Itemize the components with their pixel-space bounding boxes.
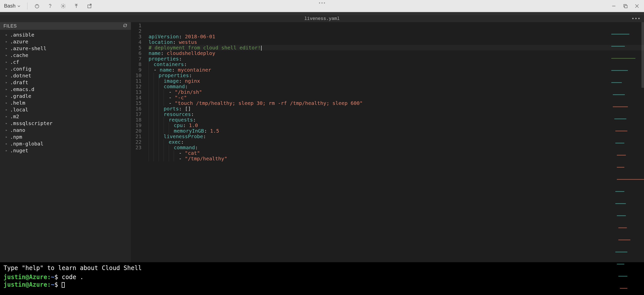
cloud-shell-toolbar: Bash •••: [0, 0, 644, 12]
code-line[interactable]: command:: [149, 84, 644, 89]
file-item-label: .nano: [10, 127, 25, 133]
refresh-icon[interactable]: [123, 23, 127, 29]
line-number: 11: [131, 78, 141, 84]
file-item[interactable]: ▹.emacs.d: [0, 86, 131, 93]
line-number: 20: [131, 128, 141, 134]
file-item[interactable]: ▹.azure-shell: [0, 45, 131, 52]
code-line[interactable]: name: cloudshelldeploy: [149, 50, 644, 56]
chevron-right-icon: ▹: [6, 101, 8, 105]
file-item[interactable]: ▹.npm: [0, 133, 131, 140]
editor-more-icon[interactable]: •••: [631, 16, 640, 22]
chevron-right-icon: ▹: [6, 81, 8, 84]
code-line[interactable]: properties:: [149, 56, 644, 62]
line-number: 9: [131, 67, 141, 73]
minimap[interactable]: [611, 23, 641, 48]
file-item[interactable]: ▹.mssqlscripter: [0, 120, 131, 127]
code-line[interactable]: image: nginx: [149, 78, 644, 84]
line-number: 3: [131, 34, 141, 39]
code-line[interactable]: ports: []: [149, 106, 644, 111]
editor-top-strip: [0, 12, 644, 15]
file-explorer: FILES ▹.ansible▹.azure▹.azure-shell▹.cac…: [0, 22, 131, 262]
file-item[interactable]: ▹.cf: [0, 58, 131, 65]
file-item[interactable]: ▹.helm: [0, 99, 131, 106]
toolbar-left: Bash: [3, 2, 94, 11]
minimize-icon[interactable]: [609, 2, 618, 11]
scrollbar-thumb[interactable]: [641, 22, 644, 88]
terminal-user: justin@Azure: [4, 274, 47, 281]
code-line[interactable]: cpu: 1.0: [149, 123, 644, 128]
code-line[interactable]: resources:: [149, 111, 644, 117]
svg-point-2: [50, 7, 50, 7]
code-line[interactable]: requests:: [149, 117, 644, 123]
file-item[interactable]: ▹.m2: [0, 113, 131, 120]
close-icon[interactable]: [632, 2, 641, 11]
file-item[interactable]: ▹.local: [0, 106, 131, 113]
chevron-right-icon: ▹: [6, 122, 8, 125]
code-line[interactable]: properties:: [149, 73, 644, 78]
chevron-right-icon: ▹: [6, 115, 8, 118]
file-item[interactable]: ▹.cache: [0, 52, 131, 58]
terminal-line: justin@Azure:~$ code .: [4, 273, 640, 281]
toolbar-divider: [27, 3, 27, 10]
terminal-dollar: $: [54, 274, 58, 281]
code-line[interactable]: livenessProbe:: [149, 134, 644, 139]
line-number: 12: [131, 84, 141, 89]
code-line[interactable]: memoryInGB: 1.5: [149, 128, 644, 134]
file-item[interactable]: ▹.draft: [0, 79, 131, 86]
line-number: 17: [131, 111, 141, 117]
code-line[interactable]: - "cat": [149, 150, 644, 156]
shell-selector[interactable]: Bash: [3, 2, 22, 10]
file-item[interactable]: ▹.npm-global: [0, 140, 131, 147]
code-line[interactable]: - "/bin/sh": [149, 89, 644, 95]
code-line[interactable]: containers:: [149, 62, 644, 67]
restart-icon[interactable]: [32, 2, 42, 11]
terminal-line: justin@Azure:~$: [4, 281, 640, 288]
new-window-icon[interactable]: [85, 2, 94, 11]
file-item-label: .cache: [10, 52, 28, 58]
code-editor[interactable]: 1234567891011121314151617181920212223 ap…: [131, 22, 644, 262]
chevron-right-icon: ▹: [6, 67, 8, 71]
file-item-label: .dotnet: [10, 73, 31, 79]
code-line[interactable]: # deployment from cloud shell editor!: [149, 45, 644, 50]
code-line[interactable]: - name: mycontainer: [149, 67, 644, 73]
upload-icon[interactable]: [72, 2, 81, 11]
code-line[interactable]: - "touch /tmp/healthy; sleep 30; rm -rf …: [149, 100, 644, 106]
code-content[interactable]: apiVersion: 2018-06-01location: westus# …: [145, 22, 644, 262]
chevron-right-icon: ▹: [6, 33, 8, 37]
editor-titlebar: liveness.yaml •••: [0, 15, 644, 22]
code-line[interactable]: - "-c": [149, 95, 644, 100]
chevron-right-icon: ▹: [6, 87, 8, 91]
file-item-label: .ansible: [10, 32, 34, 38]
maximize-icon[interactable]: [621, 2, 630, 11]
terminal-command: code .: [62, 274, 84, 281]
file-item[interactable]: ▹.dotnet: [0, 72, 131, 79]
file-item-label: .emacs.d: [10, 86, 34, 92]
line-number: 19: [131, 123, 141, 128]
terminal[interactable]: Type "help" to learn about Cloud Shell j…: [0, 262, 644, 295]
toolbar-drag-handle-icon[interactable]: •••: [318, 1, 326, 6]
code-line[interactable]: exec:: [149, 139, 644, 145]
chevron-right-icon: ▹: [6, 128, 8, 132]
file-item[interactable]: ▹.config: [0, 65, 131, 72]
help-icon[interactable]: [46, 2, 55, 11]
line-number: 15: [131, 100, 141, 106]
editor-area: liveness.yaml ••• FILES ▹.ansible▹.azure…: [0, 12, 644, 262]
code-line[interactable]: - "/tmp/healthy": [149, 156, 644, 161]
code-line[interactable]: command:: [149, 145, 644, 150]
file-item[interactable]: ▹.azure: [0, 38, 131, 45]
code-line[interactable]: location: westus: [149, 39, 644, 45]
code-line[interactable]: apiVersion: 2018-06-01: [149, 34, 644, 39]
settings-icon[interactable]: [59, 2, 68, 11]
file-item[interactable]: ▹.nano: [0, 127, 131, 133]
file-item[interactable]: ▹.gradle: [0, 93, 131, 99]
file-tree[interactable]: ▹.ansible▹.azure▹.azure-shell▹.cache▹.cf…: [0, 30, 131, 262]
file-item[interactable]: ▹.nuget: [0, 147, 131, 154]
chevron-right-icon: ▹: [6, 53, 8, 57]
file-item-label: .npm-global: [10, 141, 43, 147]
file-item-label: .m2: [10, 113, 19, 120]
file-item-label: .local: [10, 107, 28, 113]
chevron-right-icon: ▹: [6, 149, 8, 152]
file-item-label: .cf: [10, 59, 19, 65]
file-item-label: .helm: [10, 100, 25, 106]
file-item[interactable]: ▹.ansible: [0, 31, 131, 38]
